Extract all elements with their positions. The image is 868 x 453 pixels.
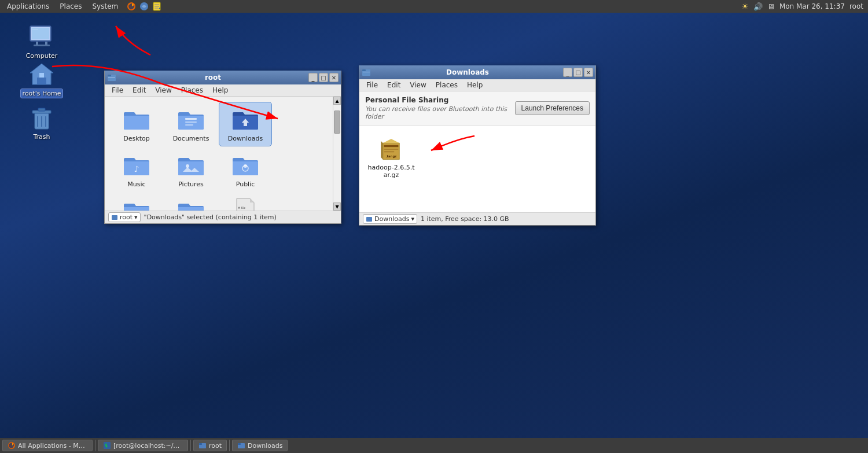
taskbar-sep-2: [190, 440, 191, 451]
downloads-menubar: File Edit View Places Help: [359, 79, 595, 91]
root-menu-view[interactable]: View: [150, 85, 176, 95]
svg-rect-42: [363, 72, 370, 72]
file-item-public[interactable]: Public: [219, 148, 271, 191]
file-item-hadoop[interactable]: .tar.gz hadoop-2.6.5.tar.gz: [365, 131, 417, 182]
taskbar-root-fm-label: root: [209, 442, 222, 450]
taskbar-sep-1: [95, 440, 95, 451]
root-minimize-btn[interactable]: _: [308, 73, 318, 82]
desktop-folder-icon: [123, 106, 150, 134]
bluetooth-bar: Personal File Sharing You can receive fi…: [359, 91, 595, 126]
bluetooth-description: You can receive files over Bluetooth int…: [365, 105, 515, 120]
scroll-track[interactable]: [333, 105, 341, 202]
top-bar-appicons: [123, 1, 165, 12]
root-status-text: "Downloads" selected (containing 1 item): [144, 213, 277, 221]
file-item-videos[interactable]: Videos: [165, 194, 217, 211]
svg-rect-18: [38, 108, 45, 111]
downloads-location-dropdown[interactable]: Downloads ▾: [363, 214, 417, 224]
downloads-window: Downloads _ □ ✕ File Edit View Places He…: [359, 65, 596, 226]
menu-places[interactable]: Places: [55, 1, 86, 12]
anaconda-file-icon: # Kic #vers losta: [231, 197, 259, 211]
svg-rect-15: [39, 73, 44, 78]
menu-system[interactable]: System: [87, 1, 123, 12]
file-item-downloads[interactable]: Downloads: [219, 102, 271, 146]
screen-icon: 🖥: [767, 2, 775, 11]
downloads-menu-places[interactable]: Places: [431, 80, 462, 90]
taskbar-sep-3: [229, 440, 230, 451]
downloads-maximize-btn[interactable]: □: [573, 68, 583, 77]
root-location-text: root: [120, 213, 133, 221]
desktop-icon-roots-home[interactable]: root's Home: [19, 58, 65, 100]
svg-rect-45: [384, 151, 395, 152]
scroll-up-btn[interactable]: ▲: [333, 97, 341, 105]
music-folder-icon: ♪: [123, 152, 150, 179]
file-label-music: Music: [127, 181, 145, 188]
root-window: root _ □ ✕ File Edit View Places Help: [104, 71, 341, 224]
launch-preferences-button[interactable]: Launch Preferences: [515, 101, 590, 115]
svg-text:$: $: [105, 443, 108, 448]
public-folder-icon: [231, 152, 259, 179]
root-menu-file[interactable]: File: [107, 85, 128, 95]
desktop-icon-computer[interactable]: Computer: [19, 20, 65, 62]
taskbar-item-terminal[interactable]: $ [root@localhost:~/Des...: [98, 440, 188, 451]
taskbar-firefox-icon: [8, 441, 16, 450]
top-bar-left: Applications Places System: [0, 1, 123, 12]
file-item-pictures[interactable]: Pictures: [165, 148, 217, 191]
brightness-icon: ☀: [741, 2, 749, 11]
file-item-desktop[interactable]: Desktop: [111, 102, 163, 146]
root-close-btn[interactable]: ✕: [329, 73, 339, 82]
root-scrollbar[interactable]: ▲ ▼: [333, 97, 341, 211]
root-titlebar[interactable]: root _ □ ✕: [105, 71, 341, 84]
file-label-pictures: Pictures: [178, 181, 204, 188]
file-item-templates[interactable]: Templates: [111, 194, 163, 211]
roots-home-icon-label: root's Home: [21, 89, 63, 98]
taskbar-item-applications[interactable]: All Applications - Moz...: [2, 440, 93, 451]
speaker-icon: 🔊: [753, 2, 763, 11]
top-taskbar: Applications Places System: [0, 0, 868, 13]
svg-rect-55: [238, 443, 241, 445]
svg-point-34: [244, 164, 247, 168]
downloads-menu-help[interactable]: Help: [462, 80, 487, 90]
root-maximize-btn[interactable]: □: [319, 73, 328, 82]
notes-icon[interactable]: [152, 1, 162, 12]
taskbar-applications-label: All Applications - Moz...: [18, 442, 87, 450]
downloads-close-btn[interactable]: ✕: [584, 68, 593, 77]
desktop-icon-trash[interactable]: Trash: [19, 101, 65, 143]
scroll-down-btn[interactable]: ▼: [333, 202, 341, 211]
downloads-minimize-btn[interactable]: _: [563, 68, 572, 77]
network-icon[interactable]: [139, 1, 149, 12]
downloads-menu-view[interactable]: View: [405, 80, 431, 90]
taskbar-item-root-fm[interactable]: root: [193, 440, 227, 451]
file-label-downloads: Downloads: [228, 135, 263, 142]
root-file-grid: Desktop Documents: [105, 97, 333, 211]
file-label-documents: Documents: [173, 135, 209, 142]
taskbar-terminal-icon: $: [103, 441, 111, 450]
file-item-documents[interactable]: Documents: [165, 102, 217, 146]
file-item-anaconda[interactable]: # Kic #vers losta anaconda-ks.cfg: [219, 194, 271, 211]
svg-rect-44: [384, 149, 399, 150]
downloads-titlebar[interactable]: Downloads _ □ ✕: [359, 65, 595, 79]
downloads-titlebar-icon: [362, 68, 371, 77]
downloads-info-text: 1 item, Free space: 13.0 GB: [421, 215, 509, 223]
file-item-music[interactable]: ♪ Music: [111, 148, 163, 191]
bluetooth-text: Personal File Sharing You can receive fi…: [365, 96, 515, 120]
menu-applications[interactable]: Applications: [2, 1, 54, 12]
svg-text:♪: ♪: [134, 164, 139, 174]
root-menu-help[interactable]: Help: [208, 85, 233, 95]
svg-rect-28: [185, 118, 197, 120]
svg-rect-43: [384, 145, 399, 148]
documents-folder-icon: [177, 106, 205, 134]
root-menu-places[interactable]: Places: [176, 85, 208, 95]
scroll-thumb[interactable]: [334, 111, 340, 134]
downloads-menu-edit[interactable]: Edit: [382, 80, 405, 90]
taskbar-item-downloads-fm[interactable]: Downloads: [232, 440, 288, 451]
root-location-dropdown[interactable]: root ▾: [108, 212, 141, 222]
downloads-statusbar: Downloads ▾ 1 item, Free space: 13.0 GB: [359, 212, 595, 225]
hadoop-file-label: hadoop-2.6.5.tar.gz: [367, 164, 415, 179]
firefox-icon[interactable]: [126, 1, 137, 12]
downloads-menu-file[interactable]: File: [362, 80, 382, 90]
svg-rect-27: [108, 77, 115, 78]
videos-folder-icon: [177, 197, 205, 211]
root-menu-edit[interactable]: Edit: [128, 85, 150, 95]
downloads-location-text: Downloads: [374, 215, 409, 223]
datetime-display: Mon Mar 26, 11:37: [779, 2, 845, 10]
